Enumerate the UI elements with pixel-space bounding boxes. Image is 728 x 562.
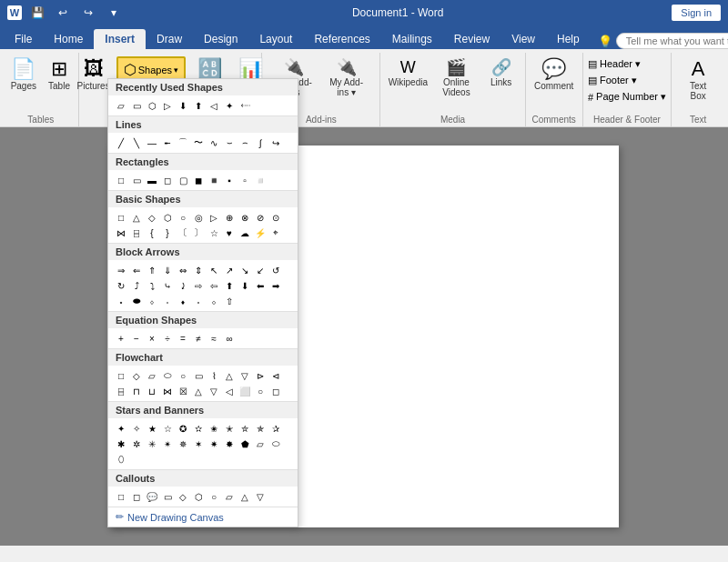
shape-item[interactable]: ↘ — [238, 263, 252, 277]
shape-item[interactable]: ✷ — [207, 437, 221, 451]
shape-item[interactable]: ◻ — [268, 384, 283, 398]
tab-design[interactable]: Design — [193, 29, 248, 49]
shape-item[interactable]: ⬸ — [238, 98, 252, 113]
shape-item[interactable]: ○ — [207, 489, 221, 504]
my-addins-button[interactable]: 🔌 My Add-ins ▾ — [320, 56, 373, 100]
shape-item[interactable]: ◾ — [207, 173, 221, 187]
shape-item[interactable]: ▷ — [160, 98, 175, 113]
shape-item[interactable]: ◁ — [222, 384, 237, 398]
shape-item[interactable]: = — [176, 331, 190, 346]
shape-item[interactable]: ⌸ — [129, 226, 144, 240]
shape-item[interactable]: ▭ — [191, 368, 206, 383]
shape-item[interactable]: ✳ — [145, 437, 159, 451]
shape-item[interactable]: ✸ — [222, 437, 237, 451]
shape-item[interactable]: ◎ — [191, 210, 206, 225]
shape-item[interactable]: ○ — [176, 210, 190, 225]
shape-item[interactable]: ⬆ — [191, 98, 206, 113]
tab-references[interactable]: References — [303, 29, 380, 49]
shape-item[interactable]: ▽ — [253, 489, 268, 504]
shape-item[interactable]: 〜 — [191, 135, 206, 150]
tab-help[interactable]: Help — [546, 29, 591, 49]
qat-dropdown-button[interactable]: ▾ — [104, 3, 124, 23]
shape-item[interactable]: ↺ — [268, 263, 283, 277]
shape-item[interactable]: ☒ — [176, 384, 190, 398]
pages-button[interactable]: 📄 Pages — [6, 56, 41, 94]
shape-item[interactable]: □ — [114, 368, 128, 383]
shape-item[interactable]: □ — [114, 210, 128, 225]
save-qat-button[interactable]: 💾 — [27, 3, 47, 23]
shape-item[interactable]: ✪ — [176, 421, 190, 436]
shape-item[interactable]: ✰ — [268, 421, 283, 436]
shape-item[interactable]: ✯ — [253, 421, 268, 436]
shape-item[interactable]: ↙ — [253, 263, 268, 277]
shape-item[interactable]: △ — [129, 210, 144, 225]
shape-item[interactable]: ⊗ — [238, 210, 252, 225]
shape-item[interactable]: ⌢ — [238, 135, 252, 150]
shape-item[interactable]: ★ — [145, 421, 159, 436]
shape-item[interactable]: ✦ — [114, 421, 128, 436]
shape-item[interactable]: ⬬ — [129, 294, 144, 308]
shape-item[interactable]: ◼ — [191, 173, 206, 187]
shape-item[interactable]: + — [114, 331, 128, 346]
shape-item[interactable]: ⬭ — [268, 437, 283, 451]
shape-item[interactable]: ➡ — [268, 278, 283, 293]
shape-item[interactable]: ↗ — [222, 263, 237, 277]
shape-item[interactable]: ✵ — [176, 437, 190, 451]
shape-item[interactable]: ▭ — [129, 173, 144, 187]
shape-item[interactable]: ↪ — [268, 135, 283, 150]
shape-item[interactable]: □ — [114, 173, 128, 187]
shape-item[interactable]: ⊙ — [268, 210, 283, 225]
shape-item[interactable]: ✦ — [222, 98, 237, 113]
shape-item[interactable]: ⤸ — [176, 278, 190, 293]
shape-item[interactable]: △ — [238, 489, 252, 504]
shape-item[interactable]: ⊔ — [145, 384, 159, 398]
shape-item[interactable]: ⊲ — [268, 368, 283, 383]
shape-item[interactable]: △ — [222, 368, 237, 383]
shape-item[interactable]: ⇦ — [207, 278, 221, 293]
shape-item[interactable]: ÷ — [160, 331, 175, 346]
textbox-button[interactable]: A Text Box — [679, 56, 717, 104]
shape-item[interactable]: ↖ — [207, 263, 221, 277]
shape-item[interactable]: ○ — [176, 368, 190, 383]
shape-item[interactable]: − — [129, 331, 144, 346]
shape-item[interactable]: ▽ — [238, 368, 252, 383]
tab-view[interactable]: View — [500, 29, 546, 49]
new-drawing-canvas-button[interactable]: ✏ New Drawing Canvas — [108, 507, 298, 527]
shape-item[interactable]: ▢ — [176, 173, 190, 187]
shape-item[interactable]: ☆ — [207, 226, 221, 240]
shape-item[interactable]: ⬫ — [160, 294, 175, 308]
shape-item[interactable]: ▬ — [145, 173, 159, 187]
shape-item[interactable]: ⬧ — [176, 294, 190, 308]
shape-item[interactable]: ▭ — [129, 98, 144, 113]
shape-item[interactable]: ◇ — [145, 210, 159, 225]
shape-item[interactable]: ⊘ — [253, 210, 268, 225]
shape-item[interactable]: ╱ — [114, 135, 128, 150]
shape-item[interactable]: ✭ — [222, 421, 237, 436]
shape-item[interactable]: ⊕ — [222, 210, 237, 225]
shape-item[interactable]: ▱ — [253, 437, 268, 451]
shape-item[interactable]: ⊳ — [253, 368, 268, 383]
shape-item[interactable]: ▱ — [222, 489, 237, 504]
shape-item[interactable]: △ — [191, 384, 206, 398]
shape-item[interactable]: ⬡ — [191, 489, 206, 504]
shape-item[interactable]: ⚡ — [253, 226, 268, 240]
shape-item[interactable]: ⇑ — [145, 263, 159, 277]
shape-item[interactable]: ⌣ — [222, 135, 237, 150]
shape-item[interactable]: ⇐ — [129, 263, 144, 277]
shape-item[interactable]: ⤴ — [129, 278, 144, 293]
shape-item[interactable]: 〔 — [176, 226, 190, 240]
shape-item[interactable]: ☁ — [238, 226, 252, 240]
online-videos-button[interactable]: 🎬 Online Videos — [430, 56, 482, 100]
shape-item[interactable]: ⬟ — [238, 437, 252, 451]
shape-item[interactable]: ⇒ — [114, 263, 128, 277]
shape-item[interactable]: ⇔ — [176, 263, 190, 277]
shape-item[interactable]: ⋈ — [114, 226, 128, 240]
shape-item[interactable]: ∿ — [207, 135, 221, 150]
shape-item[interactable]: 💬 — [145, 489, 159, 504]
header-button[interactable]: ▤ Header ▾ — [584, 56, 670, 72]
shape-item[interactable]: ⇕ — [191, 263, 206, 277]
shape-item[interactable]: ✴ — [160, 437, 175, 451]
shape-item[interactable]: ▷ — [207, 210, 221, 225]
shape-item[interactable]: ◻ — [129, 489, 144, 504]
shape-item[interactable]: ✧ — [129, 421, 144, 436]
